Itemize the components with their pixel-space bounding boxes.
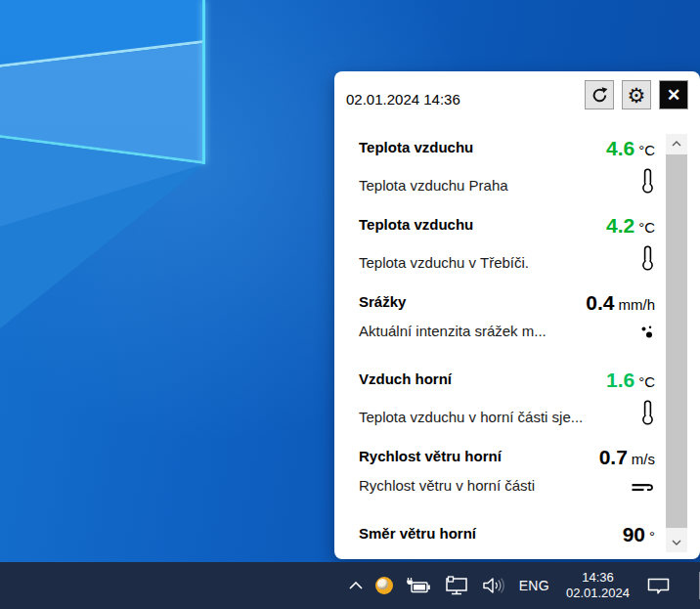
weather-widget-panel: 02.01.2024 14:36 ⚙ ✕ Teplota vzduchu <box>334 71 700 559</box>
sensor-value: 4.2 <box>606 214 634 237</box>
sensor-value: 0.4 <box>586 291 614 314</box>
chevron-down-icon <box>672 540 681 545</box>
thermometer-icon <box>640 245 655 271</box>
sensor-row: Rychlost větru horní 0.7m/s Rychlost vět… <box>334 443 700 520</box>
sensor-value: 0.7 <box>599 446 628 468</box>
panel-datetime: 02.01.2024 14:36 <box>346 91 460 108</box>
sensor-title: Srážky <box>359 293 406 310</box>
chevron-up-icon <box>349 582 363 589</box>
battery-charging-icon <box>406 577 431 594</box>
tray-app-icon[interactable] <box>375 577 393 594</box>
sensor-unit: ° <box>649 528 655 544</box>
scrollbar-down-button[interactable] <box>666 533 687 552</box>
sensor-row: Srážky 0.4mm/h Aktuální intenzita srážek… <box>334 288 700 366</box>
sensor-value: 4.6 <box>606 137 634 159</box>
show-hidden-icons-button[interactable] <box>349 582 363 589</box>
sensor-title: Teplota vzduchu <box>359 139 473 155</box>
sensor-row: Vzduch horní 1.6°C Teplota vzduchu v hor… <box>334 366 700 443</box>
scrollbar-thumb[interactable] <box>666 154 687 528</box>
refresh-button[interactable] <box>585 80 614 109</box>
sensor-row: Teplota vzduchu 4.2°C Teplota vzduchu v … <box>334 211 700 288</box>
sensor-subtitle: Rychlost větru v horní části <box>359 477 535 494</box>
sensor-unit: m/s <box>632 451 655 467</box>
sensor-title: Směr větru horní <box>359 525 476 542</box>
panel-header: 02.01.2024 14:36 ⚙ ✕ <box>334 71 700 112</box>
sensor-unit: mm/h <box>619 296 656 313</box>
gear-icon: ⚙ <box>628 85 646 106</box>
sensor-title: Teplota vzduchu <box>359 216 473 233</box>
taskbar-date: 02.01.2024 <box>566 586 630 601</box>
sensor-title: Vzduch horní <box>359 370 452 387</box>
wind-icon <box>631 481 655 494</box>
panel-scrollbar[interactable] <box>666 134 687 552</box>
network-icon[interactable] <box>444 576 469 595</box>
sensor-subtitle: Teplota vzduchu Praha <box>359 177 508 194</box>
close-icon: ✕ <box>667 87 680 104</box>
notification-bubble-icon <box>646 577 671 595</box>
tray-app-icon-ball <box>377 579 388 589</box>
volume-icon[interactable] <box>482 577 506 594</box>
chevron-up-icon <box>672 141 681 147</box>
wallpaper-window-edge <box>202 0 205 164</box>
sensor-value: 90 <box>623 523 645 545</box>
taskbar: ENG 14:36 02.01.2024 <box>0 562 700 609</box>
taskbar-tray: ENG 14:36 02.01.2024 <box>349 570 700 601</box>
action-center-button[interactable] <box>646 577 671 595</box>
speaker-icon <box>482 577 506 594</box>
language-indicator[interactable]: ENG <box>519 578 549 593</box>
close-button[interactable]: ✕ <box>659 80 688 109</box>
sensor-subtitle: Aktuální intenzita srážek m... <box>359 323 547 339</box>
sensor-value: 1.6 <box>606 369 634 391</box>
sensor-row: Směr větru horní 90° <box>334 520 700 559</box>
sensor-subtitle: Teplota vzduchu v horní části sje... <box>359 409 583 425</box>
battery-icon[interactable] <box>406 577 431 594</box>
ethernet-network-icon <box>444 576 469 595</box>
sensor-title: Rychlost větru horní <box>359 448 502 464</box>
thermometer-icon <box>640 400 655 425</box>
sensor-subtitle: Teplota vzduchu v Třebíči. <box>359 254 529 271</box>
settings-button[interactable]: ⚙ <box>622 80 651 109</box>
sensor-unit: °C <box>638 142 655 158</box>
screen: 02.01.2024 14:36 ⚙ ✕ Teplota vzduchu <box>0 0 700 609</box>
taskbar-clock[interactable]: 14:36 02.01.2024 <box>566 570 630 601</box>
rain-icon <box>639 325 655 339</box>
sensor-unit: °C <box>638 219 655 236</box>
scrollbar-up-button[interactable] <box>666 134 687 153</box>
taskbar-time: 14:36 <box>566 570 630 586</box>
thermometer-icon <box>640 168 655 194</box>
header-buttons: ⚙ ✕ <box>585 80 688 109</box>
sensor-row: Teplota vzduchu 4.6°C Teplota vzduchu Pr… <box>334 134 700 211</box>
sensor-unit: °C <box>638 373 655 390</box>
sensor-list: Teplota vzduchu 4.6°C Teplota vzduchu Pr… <box>334 134 700 559</box>
refresh-icon <box>591 86 609 105</box>
